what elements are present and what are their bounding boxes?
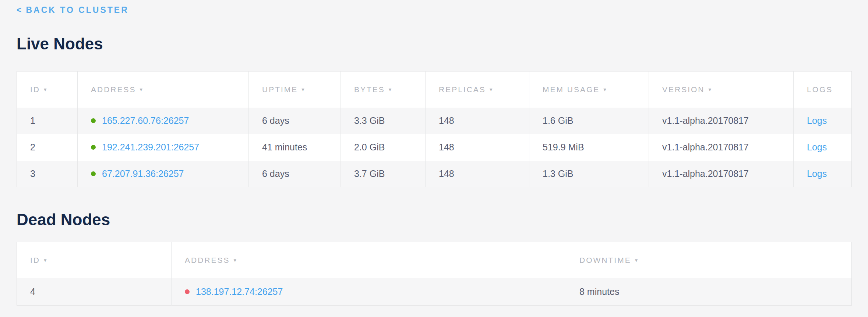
live-node-row: 2 192.241.239.201:26257 41 minutes 2.0 G… xyxy=(17,134,852,161)
cell-node-version: v1.1-alpha.20170817 xyxy=(649,134,794,161)
column-header-id[interactable]: ID▾ xyxy=(17,72,78,108)
column-header-bytes[interactable]: BYTES▾ xyxy=(341,72,426,108)
cell-node-bytes: 3.3 GiB xyxy=(341,108,426,134)
cell-node-mem-usage: 519.9 MiB xyxy=(529,134,649,161)
node-address-link[interactable]: 192.241.239.201:26257 xyxy=(102,142,199,152)
sort-caret-icon: ▾ xyxy=(603,86,606,93)
live-nodes-title: Live Nodes xyxy=(17,34,851,53)
sort-caret-icon: ▾ xyxy=(44,257,47,263)
node-address-link[interactable]: 165.227.60.76:26257 xyxy=(102,115,189,126)
column-header-uptime[interactable]: UPTIME▾ xyxy=(249,72,341,108)
node-address-link[interactable]: 67.207.91.36:26257 xyxy=(102,168,184,179)
live-status-dot-icon xyxy=(91,171,96,176)
cell-node-replicas: 148 xyxy=(426,108,529,134)
cell-node-mem-usage: 1.3 GiB xyxy=(529,161,649,187)
column-header-id[interactable]: ID▾ xyxy=(17,242,172,278)
column-header-address[interactable]: ADDRESS▾ xyxy=(172,242,566,278)
back-to-cluster-label: BACK TO CLUSTER xyxy=(26,5,128,15)
dead-status-dot-icon xyxy=(185,289,190,294)
cell-node-address: 138.197.12.74:26257 xyxy=(172,278,566,306)
column-header-replicas[interactable]: REPLICAS▾ xyxy=(426,72,529,108)
cell-node-replicas: 148 xyxy=(426,161,529,187)
cell-node-version: v1.1-alpha.20170817 xyxy=(649,161,794,187)
cell-node-bytes: 2.0 GiB xyxy=(341,134,426,161)
live-node-row: 1 165.227.60.76:26257 6 days 3.3 GiB 148… xyxy=(17,108,852,134)
logs-link[interactable]: Logs xyxy=(807,115,827,126)
sort-caret-icon: ▾ xyxy=(140,86,143,93)
cell-node-logs: Logs xyxy=(794,134,852,161)
cell-node-logs: Logs xyxy=(794,108,852,134)
cell-node-id: 3 xyxy=(17,161,78,187)
sort-caret-icon: ▾ xyxy=(44,86,47,93)
cell-node-logs: Logs xyxy=(794,161,852,187)
cell-node-id: 2 xyxy=(17,134,78,161)
column-header-mem-usage[interactable]: MEM USAGE▾ xyxy=(529,72,649,108)
live-status-dot-icon xyxy=(91,145,96,150)
live-nodes-table: ID▾ ADDRESS▾ UPTIME▾ BYTES▾ REPLICAS▾ ME… xyxy=(17,71,852,187)
cell-node-id: 1 xyxy=(17,108,78,134)
cell-node-replicas: 148 xyxy=(426,134,529,161)
cell-node-uptime: 6 days xyxy=(249,108,341,134)
live-status-dot-icon xyxy=(91,118,96,123)
cell-node-address: 192.241.239.201:26257 xyxy=(78,134,249,161)
cell-node-downtime: 8 minutes xyxy=(566,278,852,306)
cell-node-version: v1.1-alpha.20170817 xyxy=(649,108,794,134)
cell-node-address: 165.227.60.76:26257 xyxy=(78,108,249,134)
column-header-version[interactable]: VERSION▾ xyxy=(649,72,794,108)
live-node-row: 3 67.207.91.36:26257 6 days 3.7 GiB 148 … xyxy=(17,161,852,187)
dead-nodes-table: ID▾ ADDRESS▾ DOWNTIME▾ 4 138.197.12.74:2… xyxy=(17,242,852,306)
sort-caret-icon: ▾ xyxy=(490,86,493,93)
cell-node-address: 67.207.91.36:26257 xyxy=(78,161,249,187)
cell-node-uptime: 41 minutes xyxy=(249,134,341,161)
node-address-link[interactable]: 138.197.12.74:26257 xyxy=(196,286,283,297)
sort-caret-icon: ▾ xyxy=(389,86,392,93)
nodes-page: <BACK TO CLUSTER Live Nodes ID▾ ADDRESS▾… xyxy=(0,0,868,306)
dead-nodes-title: Dead Nodes xyxy=(17,210,851,229)
cell-node-uptime: 6 days xyxy=(249,161,341,187)
sort-caret-icon: ▾ xyxy=(709,86,712,93)
sort-caret-icon: ▾ xyxy=(234,257,237,263)
dead-node-row: 4 138.197.12.74:26257 8 minutes xyxy=(17,278,852,306)
column-header-downtime[interactable]: DOWNTIME▾ xyxy=(566,242,852,278)
column-header-address[interactable]: ADDRESS▾ xyxy=(78,72,249,108)
sort-caret-icon: ▾ xyxy=(635,257,638,263)
cell-node-id: 4 xyxy=(17,278,172,306)
cell-node-bytes: 3.7 GiB xyxy=(341,161,426,187)
sort-caret-icon: ▾ xyxy=(301,86,304,93)
back-to-cluster-link[interactable]: <BACK TO CLUSTER xyxy=(17,5,129,15)
dead-nodes-header-row: ID▾ ADDRESS▾ DOWNTIME▾ xyxy=(17,242,852,278)
cell-node-mem-usage: 1.6 GiB xyxy=(529,108,649,134)
chevron-left-icon: < xyxy=(17,5,21,15)
logs-link[interactable]: Logs xyxy=(807,142,827,152)
column-header-logs: LOGS xyxy=(794,72,852,108)
live-nodes-header-row: ID▾ ADDRESS▾ UPTIME▾ BYTES▾ REPLICAS▾ ME… xyxy=(17,72,852,108)
logs-link[interactable]: Logs xyxy=(807,168,827,179)
